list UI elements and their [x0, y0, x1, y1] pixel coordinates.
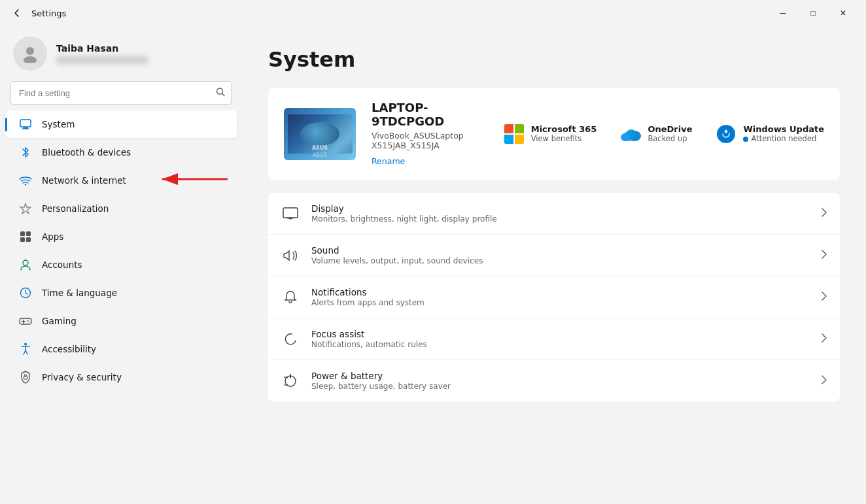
laptop-brand-label: ASUS	[313, 152, 326, 158]
sidebar-item-label-accounts: Accounts	[42, 260, 82, 270]
settings-item-display[interactable]: Display Monitors, brightness, night ligh…	[268, 193, 840, 235]
svg-point-18	[27, 320, 29, 322]
sidebar-item-label-apps: Apps	[42, 231, 63, 242]
user-email-blurred	[56, 56, 148, 64]
svg-point-1	[24, 56, 37, 63]
sidebar-item-label-network: Network & internet	[42, 175, 126, 186]
red-arrow-annotation	[149, 163, 234, 198]
onedrive-sub: Backed up	[648, 134, 692, 143]
sidebar-item-label-privacy: Privacy & security	[42, 372, 122, 382]
device-name: LAPTOP-9TDCPGOD	[372, 101, 488, 128]
user-profile: Taiba Hasan	[0, 26, 242, 78]
sidebar-item-privacy[interactable]: Privacy & security	[5, 363, 237, 391]
sidebar-item-apps[interactable]: Apps	[5, 223, 237, 250]
device-card: ASUS LAPTOP-9TDCPGOD VivoBook_ASUSLaptop…	[268, 88, 840, 180]
sidebar-item-label-bluetooth: Bluetooth & devices	[42, 147, 131, 158]
display-text: Display Monitors, brightness, night ligh…	[311, 203, 810, 224]
sidebar: Taiba Hasan	[0, 26, 242, 504]
focus-text: Focus assist Notifications, automatic ru…	[311, 329, 810, 349]
sidebar-item-label-time: Time & language	[42, 288, 117, 298]
notifications-title: Notifications	[311, 287, 810, 297]
device-model: VivoBook_ASUSLaptop X515JAB_X515JA	[372, 131, 488, 150]
chevron-right-icon-notifications	[822, 292, 827, 303]
ms365-info: Microsoft 365 View benefits	[531, 124, 597, 143]
notifications-sub: Alerts from apps and system	[311, 298, 810, 307]
winupdate-sub: Attention needed	[743, 134, 824, 143]
display-icon	[281, 205, 300, 223]
ms365-item[interactable]: Microsoft 365 View benefits	[504, 124, 597, 144]
gaming-icon	[18, 314, 33, 328]
search-input[interactable]	[10, 81, 232, 105]
chevron-right-icon-sound	[822, 250, 827, 261]
power-sub: Sleep, battery usage, battery saver	[311, 382, 810, 391]
page-title: System	[268, 47, 840, 72]
svg-point-20	[24, 343, 27, 346]
personalization-icon	[18, 201, 33, 216]
winupdate-icon	[716, 124, 736, 144]
nav-list: System Bluetooth & devices	[0, 110, 242, 392]
sidebar-item-label-gaming: Gaming	[42, 316, 77, 326]
settings-item-focus[interactable]: Focus assist Notifications, automatic ru…	[268, 318, 840, 360]
accessibility-icon	[18, 342, 33, 356]
svg-rect-9	[20, 231, 25, 236]
settings-item-sound[interactable]: Sound Volume levels, output, input, soun…	[268, 235, 840, 277]
svg-line-3	[222, 93, 225, 96]
apps-icon	[18, 229, 33, 244]
settings-list: Display Monitors, brightness, night ligh…	[268, 193, 840, 401]
sidebar-item-accessibility[interactable]: Accessibility	[5, 335, 237, 363]
sidebar-item-personalization[interactable]: Personalization	[5, 195, 237, 222]
ms365-icon	[504, 124, 525, 144]
minimize-button[interactable]: ─	[768, 3, 798, 24]
onedrive-item[interactable]: OneDrive Backed up	[620, 124, 692, 144]
power-text: Power & battery Sleep, battery usage, ba…	[311, 371, 810, 391]
svg-rect-11	[20, 237, 25, 242]
laptop-screen	[288, 114, 353, 154]
ms365-name: Microsoft 365	[531, 124, 597, 134]
time-icon	[18, 286, 33, 300]
svg-point-13	[23, 260, 28, 265]
focus-icon	[281, 330, 300, 348]
sound-title: Sound	[311, 245, 810, 256]
top-apps-panel: Microsoft 365 View benefits	[504, 124, 824, 144]
bluetooth-icon	[18, 145, 33, 160]
device-image: ASUS	[284, 108, 356, 160]
maximize-button[interactable]: □	[798, 3, 828, 24]
svg-rect-10	[26, 231, 31, 236]
svg-rect-26	[283, 208, 298, 218]
accounts-icon	[18, 258, 33, 272]
winupdate-item[interactable]: Windows Update Attention needed	[716, 124, 824, 144]
notifications-icon	[281, 288, 300, 307]
focus-title: Focus assist	[311, 329, 810, 339]
avatar	[13, 37, 47, 71]
winupdate-info: Windows Update Attention needed	[743, 124, 824, 143]
svg-rect-4	[20, 120, 31, 127]
sidebar-item-accounts[interactable]: Accounts	[5, 251, 237, 278]
sound-icon	[281, 246, 300, 265]
app-body: Taiba Hasan	[0, 26, 866, 504]
display-sub: Monitors, brightness, night light, displ…	[311, 214, 810, 224]
sidebar-item-system[interactable]: System	[5, 110, 237, 138]
sidebar-item-label-accessibility: Accessibility	[42, 344, 96, 354]
close-button[interactable]: ✕	[828, 3, 858, 24]
sidebar-item-bluetooth[interactable]: Bluetooth & devices	[5, 139, 237, 166]
focus-sub: Notifications, automatic rules	[311, 340, 810, 349]
display-title: Display	[311, 203, 810, 214]
sidebar-item-label-system: System	[42, 119, 75, 129]
settings-item-notifications[interactable]: Notifications Alerts from apps and syste…	[268, 277, 840, 318]
rename-link[interactable]: Rename	[372, 156, 405, 166]
app-title: Settings	[31, 8, 66, 18]
svg-point-25	[621, 133, 630, 141]
window-controls: ─ □ ✕	[768, 3, 858, 24]
notifications-text: Notifications Alerts from apps and syste…	[311, 287, 810, 307]
attention-dot	[743, 137, 748, 142]
sidebar-item-gaming[interactable]: Gaming	[5, 307, 237, 335]
settings-item-power[interactable]: Power & battery Sleep, battery usage, ba…	[268, 360, 840, 401]
svg-rect-21	[24, 377, 27, 379]
back-button[interactable]	[8, 4, 26, 22]
ms365-sub: View benefits	[531, 134, 597, 143]
privacy-icon	[18, 370, 33, 384]
onedrive-icon	[620, 124, 641, 144]
sidebar-item-time[interactable]: Time & language	[5, 279, 237, 307]
chevron-right-icon-focus	[822, 333, 827, 344]
sidebar-item-network[interactable]: Network & internet	[5, 167, 237, 194]
